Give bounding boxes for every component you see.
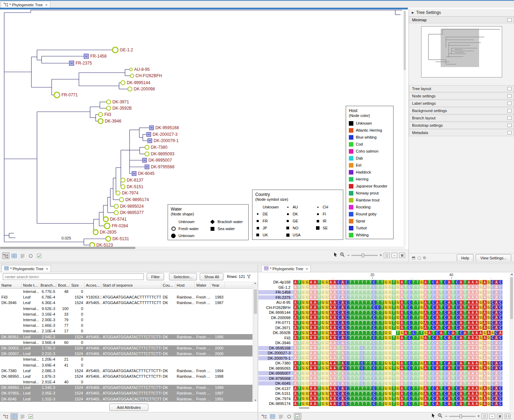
help-button[interactable]: Help bbox=[457, 254, 474, 261]
alignment-row[interactable]: DK-200079-1ATGGAATGGAATACTTTCTTCTTGGTGAT… bbox=[258, 356, 509, 361]
undock-icon[interactable] bbox=[507, 131, 512, 134]
alignment-row[interactable]: DK-200098ATGGAATGGAACACTTTTTTCTTGGTGATCT… bbox=[258, 315, 509, 320]
sequence-name[interactable]: FR-2375 bbox=[258, 295, 293, 300]
tree-leaf-node[interactable] bbox=[104, 223, 110, 229]
column-header-year[interactable]: Year bbox=[210, 282, 225, 288]
undock-icon[interactable] bbox=[507, 18, 512, 22]
alignment-row[interactable]: DK-3971ATGGAATGGAACACTTTTTTCTTGGTGATCTTG… bbox=[258, 325, 509, 331]
table-row[interactable]: Internal...3.69E-4410 bbox=[0, 362, 252, 368]
tree-leaf-node[interactable] bbox=[98, 112, 103, 117]
tree-leaf-node[interactable] bbox=[112, 47, 118, 53]
alignment-row[interactable]: AU-8-95ATGGAATGGAACACTTTTTTCTTGGTGATCTTG… bbox=[258, 300, 509, 305]
table-view-icon[interactable] bbox=[10, 252, 18, 259]
alignment-row[interactable]: DK-3592BATGGAATGGAACACTTTTTTCTTGGTGATCTT… bbox=[258, 330, 509, 336]
one-to-one-zoom-button[interactable]: 1:1 bbox=[505, 414, 511, 419]
table-row[interactable]: DK-99950...Leaf1.24E-31524AY5466...ATGGA… bbox=[0, 385, 252, 390]
tree-leaf-node[interactable] bbox=[54, 92, 60, 98]
table-row[interactable]: Internal...9.52E-31000 bbox=[0, 306, 252, 311]
column-header-start-of-sequence[interactable]: Start of sequence bbox=[101, 282, 161, 288]
undock-icon[interactable] bbox=[507, 94, 512, 98]
settings-section-branch-layout[interactable]: Branch layout bbox=[409, 115, 514, 121]
settings-section-node-settings[interactable]: Node settings bbox=[409, 93, 514, 100]
sequence-name[interactable]: FR-1458 bbox=[258, 290, 293, 294]
undock-icon[interactable] bbox=[507, 124, 512, 127]
circular-view-icon[interactable] bbox=[27, 252, 35, 259]
table-row[interactable]: DK-7380Leaf2.08E-31524AY5465...ATGGAATGG… bbox=[0, 368, 252, 374]
alignment-row[interactable]: DK-9995144ATGGAATGGAACACTTTTTTCTTGGTGATC… bbox=[258, 310, 509, 315]
table-row[interactable]: DK-20002...Leaf1.73E-31524AY5466...ATGGA… bbox=[0, 345, 252, 351]
alignment-row[interactable]: DK-9895174ATGGAATGGAACACTTTTTTCTTGGTGATC… bbox=[258, 401, 509, 406]
settings-section-tree-layout[interactable]: Tree layout bbox=[409, 85, 514, 92]
table-row[interactable]: Fil3Leaf6.78E-41524Y18263.1ATGGAATGGAACA… bbox=[0, 294, 252, 300]
element-info-icon[interactable] bbox=[36, 252, 43, 259]
sequence-name[interactable]: DK-3946 bbox=[258, 341, 293, 345]
pan-mode-button[interactable]: ▦ bbox=[399, 253, 405, 258]
duplicate-view-icon[interactable]: ⧉ bbox=[423, 256, 426, 260]
undock-icon[interactable] bbox=[507, 109, 512, 112]
zoom-out-button[interactable]: − bbox=[347, 253, 350, 258]
column-header-branch-[interactable]: Branch... bbox=[39, 282, 57, 288]
undock-icon[interactable] bbox=[507, 87, 512, 90]
list-view-icon[interactable] bbox=[277, 413, 285, 420]
column-header-cou-[interactable]: Cou... bbox=[161, 282, 175, 288]
sequence-name[interactable]: DK-200079-1 bbox=[258, 356, 293, 360]
table-row[interactable]: DK-6045Leaf1.31E-31524AY5465...ATGGAATGG… bbox=[0, 396, 252, 402]
tree-leaf-node[interactable] bbox=[114, 204, 118, 208]
alignment-view-icon[interactable] bbox=[294, 413, 301, 420]
tree-leaf-node[interactable] bbox=[106, 236, 111, 241]
pointer-tool-icon[interactable] bbox=[431, 413, 436, 419]
sequence-name[interactable]: DK-9795568 bbox=[258, 376, 293, 381]
column-header-boot-[interactable]: Boot... bbox=[57, 282, 70, 288]
alignment-row[interactable]: DK-200027-3ATGGAATGGAATACTTTCTTCTTGGTGAT… bbox=[258, 351, 509, 356]
alignment-row[interactable]: DK-6137ATGGAATGGAACACTTTTTTCTTGGTGATCTTG… bbox=[258, 386, 509, 391]
fit-screen-button[interactable]: ↔ bbox=[489, 414, 495, 419]
tree-leaf-node[interactable] bbox=[128, 87, 132, 91]
sequence-name[interactable]: DK-9995007 bbox=[258, 371, 293, 375]
column-header-water[interactable]: Water bbox=[195, 282, 210, 288]
alignment-row[interactable]: Fil3ATGGAATGGAACACTTTTTTCTTGGTGATCTTGATC… bbox=[258, 336, 509, 341]
alignment-row[interactable]: DK-7974ATGGAATGGAACACTTTTTTCTTGGTGATCTTG… bbox=[258, 396, 509, 401]
circular-view-icon[interactable] bbox=[286, 413, 293, 420]
zoom-tool-icon[interactable] bbox=[340, 252, 345, 258]
table-view-icon[interactable] bbox=[269, 413, 276, 420]
settings-section-bootstrap-settings[interactable]: Bootstrap settings bbox=[409, 122, 514, 129]
minimap-viewport[interactable] bbox=[441, 29, 479, 67]
alignment-row[interactable]: GE-1.2ATGGAATGGAACACTTTTTTCTTGGTGATCTTGA… bbox=[258, 285, 509, 290]
sequence-name[interactable]: AU-8-95 bbox=[258, 300, 293, 304]
pointer-tool-icon[interactable] bbox=[333, 252, 338, 258]
column-header-acces-[interactable]: Acces... bbox=[85, 282, 101, 288]
tree-leaf-node[interactable] bbox=[130, 68, 132, 71]
table-row[interactable]: Internal...2.10E-4170 bbox=[0, 328, 252, 334]
alignment-row[interactable]: DK-9595168ATGGAATGGAATACTTTCTTCTTGGTGATC… bbox=[258, 346, 509, 351]
zoom-slider[interactable] bbox=[351, 255, 378, 256]
table-row[interactable]: DK-95951...Leaf2.94E-31524AY5465...ATGGA… bbox=[0, 334, 252, 340]
zoom-slider[interactable] bbox=[449, 416, 476, 417]
workspace-icon[interactable]: ⬒ bbox=[412, 256, 415, 260]
sequence-name[interactable]: Fil3 bbox=[258, 336, 293, 340]
sequence-name[interactable]: DK-7380 bbox=[258, 361, 293, 365]
tree-leaf-node[interactable] bbox=[98, 119, 103, 124]
minimap[interactable] bbox=[421, 26, 502, 78]
sequence-name[interactable]: DK-9895093 bbox=[258, 366, 293, 370]
column-header-node-t-[interactable]: Node t... bbox=[22, 282, 39, 288]
panel-divider[interactable] bbox=[0, 261, 514, 264]
settings-section-background-settings[interactable]: Background settings bbox=[409, 107, 514, 114]
alignment-row[interactable]: CH-FI262BFHATGGAATGGAACACTTTTTTCCTGGTGAT… bbox=[258, 305, 509, 310]
sequence-name[interactable]: DK-6137 bbox=[258, 386, 293, 391]
sequence-name[interactable]: DK-4p168 bbox=[258, 280, 293, 284]
sequence-name[interactable]: DK-6045 bbox=[258, 381, 293, 385]
tree-leaf-node[interactable] bbox=[116, 191, 120, 195]
sequence-name[interactable]: FR-0771 bbox=[258, 320, 293, 325]
sequence-name[interactable]: DK-9595168 bbox=[258, 346, 293, 350]
tree-leaf-node[interactable] bbox=[93, 230, 98, 235]
table-view-icon[interactable] bbox=[10, 413, 18, 420]
alignment-row[interactable]: DK-9995007ATGGAATGGAATACTTTCTTCTTGGTGATC… bbox=[258, 371, 509, 376]
table-row[interactable]: DK-97955...Leaf2.05E-31524AY5465...ATGGA… bbox=[0, 390, 252, 396]
tree-view-icon[interactable] bbox=[2, 252, 9, 259]
fit-width-button[interactable]: ◫ bbox=[384, 253, 390, 258]
fit-width-button[interactable]: ◫ bbox=[482, 414, 487, 419]
table-row[interactable]: Internal...1.20E-4210 bbox=[0, 356, 252, 362]
alignment-horizontal-scrollbar[interactable] bbox=[299, 407, 309, 409]
tab-alignment-phylogenetic-tree[interactable]: * Phylogenetic Tree × bbox=[261, 265, 311, 272]
alignment-vertical-scrollbar[interactable]: ◀ bbox=[509, 273, 514, 411]
